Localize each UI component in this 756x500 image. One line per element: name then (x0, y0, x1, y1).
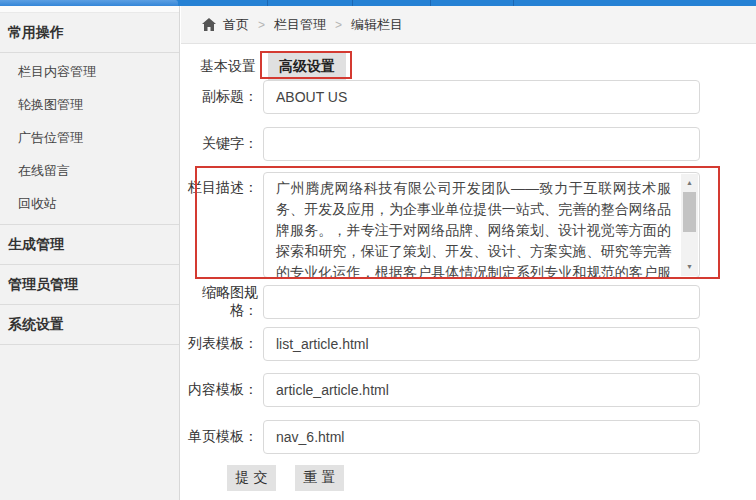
form-row-subtitle: 副标题： (181, 80, 756, 114)
description-textarea[interactable]: 广州腾虎网络科技有限公司开发团队——致力于互联网技术服务、开发及应用，为企事业单… (263, 172, 700, 278)
keywords-input[interactable] (263, 127, 700, 161)
sidebar-item-column-content[interactable]: 栏目内容管理 (0, 55, 179, 88)
sidebar-item-ad-slots[interactable]: 广告位管理 (0, 121, 179, 154)
page-template-input[interactable] (263, 420, 700, 454)
subtitle-label: 副标题： (181, 88, 258, 106)
form-row-list-template: 列表模板： (181, 327, 756, 361)
breadcrumb-edit-column: 编辑栏目 (351, 16, 403, 34)
tab-basic-settings[interactable]: 基本设置 (200, 53, 256, 81)
breadcrumb: 首页 > 栏目管理 > 编辑栏目 (181, 6, 756, 44)
list-template-label: 列表模板： (181, 335, 258, 353)
tab-advanced-settings[interactable]: 高级设置 (268, 53, 346, 81)
form-row-content-template: 内容模板： (181, 373, 756, 407)
sidebar-item-group: 栏目内容管理 轮换图管理 广告位管理 在线留言 回收站 (0, 53, 179, 225)
breadcrumb-home[interactable]: 首页 (223, 16, 249, 34)
list-template-input[interactable] (263, 327, 700, 361)
sidebar-item-carousel[interactable]: 轮换图管理 (0, 88, 179, 121)
content-template-label: 内容模板： (181, 381, 258, 399)
form-row-page-template: 单页模板： (181, 420, 756, 454)
form-row-thumbnail-spec: 缩略图规格： (181, 284, 756, 320)
content-template-input[interactable] (263, 373, 700, 407)
form-buttons: 提 交 重 置 (181, 465, 756, 491)
reset-button[interactable]: 重 置 (295, 465, 344, 491)
description-text: 广州腾虎网络科技有限公司开发团队——致力于互联网技术服务、开发及应用，为企事业单… (276, 178, 671, 278)
form-row-description: 栏目描述： 广州腾虎网络科技有限公司开发团队——致力于互联网技术服务、开发及应用… (181, 172, 756, 278)
thumbnail-spec-input[interactable] (263, 285, 700, 319)
textarea-scrollbar[interactable]: ▲ ▼ (681, 174, 698, 276)
sidebar-section-admin[interactable]: 管理员管理 (0, 265, 179, 305)
scroll-up-icon[interactable]: ▲ (681, 176, 698, 190)
breadcrumb-separator: > (335, 18, 342, 32)
breadcrumb-column-management[interactable]: 栏目管理 (274, 16, 326, 34)
main-content: 首页 > 栏目管理 > 编辑栏目 基本设置 高级设置 副标题： 关键字： 栏目描… (181, 6, 756, 500)
description-label: 栏目描述： (181, 172, 258, 197)
sidebar-section-generation[interactable]: 生成管理 (0, 225, 179, 265)
home-icon (202, 18, 216, 31)
sidebar-top-strip (0, 6, 179, 13)
sidebar: 常用操作 栏目内容管理 轮换图管理 广告位管理 在线留言 回收站 生成管理 管理… (0, 6, 180, 500)
subtitle-input[interactable] (263, 80, 700, 114)
sidebar-item-online-messages[interactable]: 在线留言 (0, 154, 179, 187)
keywords-label: 关键字： (181, 135, 258, 153)
thumbnail-spec-label: 缩略图规格： (181, 284, 258, 320)
scroll-down-icon[interactable]: ▼ (681, 260, 698, 274)
edit-column-form: 副标题： 关键字： 栏目描述： 广州腾虎网络科技有限公司开发团队——致力于互联网… (181, 80, 756, 491)
form-row-keywords: 关键字： (181, 127, 756, 161)
breadcrumb-separator: > (258, 18, 265, 32)
page-template-label: 单页模板： (181, 428, 258, 446)
submit-button[interactable]: 提 交 (227, 465, 276, 491)
tab-bar: 基本设置 高级设置 (200, 53, 346, 81)
sidebar-section-system-settings[interactable]: 系统设置 (0, 305, 179, 345)
scrollbar-thumb[interactable] (683, 192, 696, 232)
sidebar-item-recycle-bin[interactable]: 回收站 (0, 187, 179, 220)
sidebar-section-common-operations[interactable]: 常用操作 (0, 13, 179, 53)
